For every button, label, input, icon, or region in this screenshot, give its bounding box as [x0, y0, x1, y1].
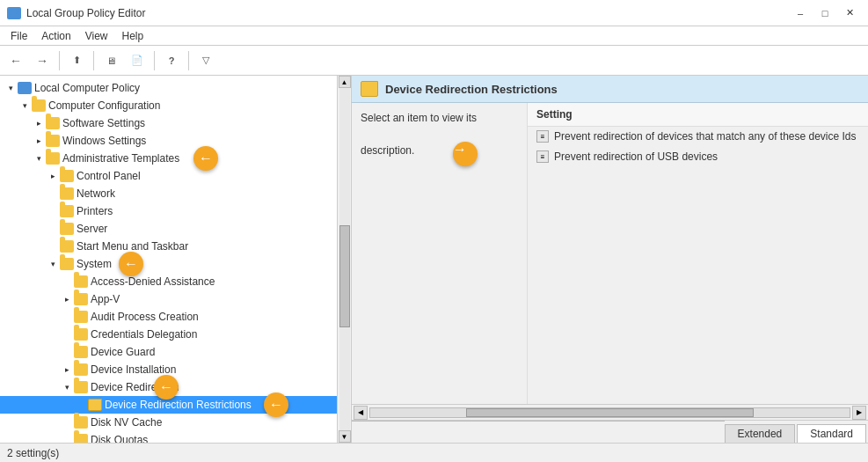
- tree-item-app-v[interactable]: App-V: [0, 290, 351, 308]
- start-menu-icon: [60, 240, 74, 253]
- expand-control-panel[interactable]: [46, 169, 60, 183]
- tree-item-software-settings[interactable]: Software Settings: [0, 114, 351, 132]
- toolbar-separator-4: [188, 51, 189, 70]
- tree-panel: Local Computer Policy Computer Configura…: [0, 76, 352, 443]
- scroll-down-arrow[interactable]: ▼: [339, 430, 351, 443]
- close-button[interactable]: ✕: [838, 4, 861, 22]
- filter-button[interactable]: ▽: [193, 48, 218, 73]
- menu-bar: File Action View Help: [0, 26, 868, 46]
- forward-button[interactable]: →: [30, 48, 55, 73]
- bottom-tabs: Extended Standard: [352, 420, 868, 443]
- device-guard-icon: [74, 346, 88, 358]
- expand-device-install[interactable]: [60, 363, 74, 377]
- expand-app-v[interactable]: [60, 292, 74, 306]
- tree-item-disk-quotas[interactable]: Disk Quotas: [0, 431, 351, 443]
- expand-computer-config[interactable]: [18, 99, 32, 113]
- right-scrollbar[interactable]: ◀ ▶: [352, 404, 868, 420]
- scroll-right-arrow[interactable]: ▶: [852, 406, 866, 420]
- maximize-button[interactable]: □: [813, 4, 836, 22]
- tree-item-system[interactable]: System ←: [0, 255, 351, 273]
- tree-item-device-guard[interactable]: Device Guard: [0, 343, 351, 361]
- computer-policy-icon: [18, 82, 32, 94]
- expand-access-denied: [60, 275, 74, 289]
- start-menu-label: Start Menu and Taskbar: [77, 240, 188, 253]
- printers-label: Printers: [77, 205, 113, 217]
- expand-system[interactable]: [46, 257, 60, 271]
- scroll-track[interactable]: [339, 88, 350, 430]
- setting-name-1: Prevent redirection of devices that matc…: [554, 130, 857, 143]
- help-button[interactable]: ?: [159, 48, 184, 73]
- minimize-button[interactable]: –: [789, 4, 812, 22]
- scroll-left-arrow[interactable]: ◀: [354, 406, 368, 420]
- right-header-folder-icon: [361, 81, 378, 97]
- tree-item-audit-process[interactable]: Audit Process Creation: [0, 308, 351, 326]
- tree-item-windows-settings[interactable]: Windows Settings: [0, 132, 351, 150]
- scroll-up-arrow[interactable]: ▲: [339, 76, 351, 88]
- tree-item-local-computer[interactable]: Local Computer Policy: [0, 79, 351, 97]
- expand-local-computer[interactable]: [4, 81, 18, 95]
- tab-standard[interactable]: Standard: [797, 424, 866, 443]
- device-install-icon: [74, 363, 88, 376]
- credentials-icon: [74, 328, 88, 341]
- network-icon: [60, 187, 74, 200]
- tree-item-admin-templates[interactable]: Administrative Templates ←: [0, 150, 351, 167]
- device-redirect-restrict-icon: [88, 399, 102, 411]
- tree-scrollbar[interactable]: ▲ ▼: [337, 76, 351, 443]
- admin-templates-icon: [46, 152, 60, 165]
- expand-server: [46, 222, 60, 236]
- settings-header-col: Setting: [536, 108, 573, 121]
- window-title: Local Group Policy Editor: [26, 7, 789, 19]
- toolbar: ← → ⬆ 🖥 📄 ? ▽: [0, 46, 868, 76]
- device-guard-label: Device Guard: [91, 346, 155, 358]
- disk-quotas-icon: [74, 434, 88, 443]
- tree-item-access-denied[interactable]: Access-Denied Assistance: [0, 273, 351, 290]
- expand-start-menu: [46, 239, 60, 253]
- disk-nv-cache-label: Disk NV Cache: [91, 416, 162, 429]
- status-text: 2 setting(s): [7, 447, 59, 459]
- menu-action[interactable]: Action: [34, 28, 77, 44]
- access-denied-label: Access-Denied Assistance: [91, 275, 215, 288]
- back-button[interactable]: ←: [4, 48, 28, 73]
- annotation-right-panel: →: [453, 142, 478, 166]
- device-redirect-label: Device Redirection: [91, 381, 179, 393]
- show-hide-button[interactable]: 🖥: [98, 48, 123, 73]
- expand-credentials: [60, 327, 74, 341]
- tree-item-control-panel[interactable]: Control Panel: [0, 167, 351, 185]
- tab-extended[interactable]: Extended: [725, 424, 796, 443]
- menu-view[interactable]: View: [78, 28, 115, 44]
- setting-row-1[interactable]: ≡ Prevent redirection of devices that ma…: [528, 127, 868, 147]
- h-scroll-thumb[interactable]: [466, 408, 754, 417]
- tree-item-computer-config[interactable]: Computer Configuration: [0, 97, 351, 114]
- tree-item-server[interactable]: Server: [0, 220, 351, 238]
- access-denied-icon: [74, 275, 88, 288]
- properties-button[interactable]: 📄: [125, 48, 150, 73]
- tree-item-device-redirect-restrict[interactable]: Device Redirection Restrictions ←: [0, 396, 351, 414]
- disk-nv-cache-icon: [74, 416, 88, 429]
- scroll-thumb[interactable]: [339, 225, 350, 328]
- setting-row-2[interactable]: ≡ Prevent redirection of USB devices: [528, 147, 868, 167]
- toolbar-separator-3: [154, 51, 155, 70]
- expand-device-redirect[interactable]: [60, 380, 74, 394]
- tree-content[interactable]: Local Computer Policy Computer Configura…: [0, 76, 351, 443]
- server-label: Server: [77, 223, 107, 235]
- expand-windows-settings[interactable]: [32, 134, 46, 148]
- tree-item-device-redirect[interactable]: Device Redirection ←: [0, 378, 351, 396]
- up-button[interactable]: ⬆: [64, 48, 89, 73]
- menu-help[interactable]: Help: [115, 28, 151, 44]
- right-settings-area: Setting ≡ Prevent redirection of devices…: [528, 103, 868, 404]
- tree-item-network[interactable]: Network: [0, 185, 351, 202]
- menu-file[interactable]: File: [4, 28, 34, 44]
- h-scroll-track[interactable]: [369, 407, 850, 418]
- tree-item-device-install[interactable]: Device Installation: [0, 361, 351, 378]
- tree-item-credentials[interactable]: Credentials Delegation: [0, 326, 351, 343]
- expand-device-guard: [60, 345, 74, 359]
- tree-item-start-menu[interactable]: Start Menu and Taskbar: [0, 238, 351, 255]
- network-label: Network: [77, 187, 115, 200]
- system-icon: [60, 258, 74, 270]
- tree-item-printers[interactable]: Printers: [0, 202, 351, 220]
- expand-admin-templates[interactable]: [32, 151, 46, 165]
- window-controls: – □ ✕: [789, 4, 861, 22]
- admin-templates-label: Administrative Templates: [62, 152, 179, 165]
- expand-software-settings[interactable]: [32, 116, 46, 130]
- tree-item-disk-nv-cache[interactable]: Disk NV Cache: [0, 414, 351, 431]
